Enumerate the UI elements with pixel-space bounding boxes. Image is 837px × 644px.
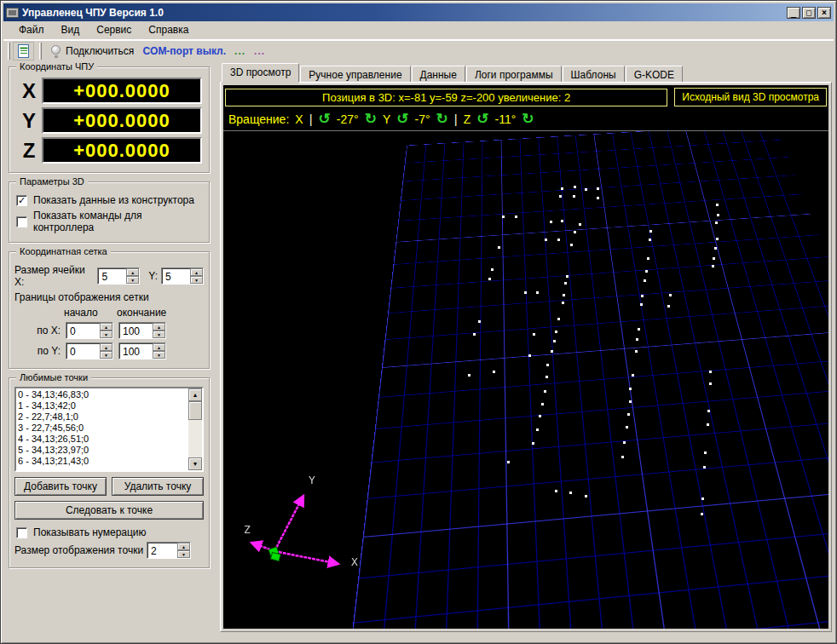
- data-point: [545, 239, 547, 241]
- data-point: [574, 231, 576, 233]
- data-point: [569, 492, 572, 494]
- window-title: Управленец ЧПУ Версия 1.0: [22, 7, 785, 19]
- point-size-stepper[interactable]: 2: [147, 542, 191, 559]
- data-point: [649, 230, 652, 233]
- rotate-ccw-icon[interactable]: ↺: [476, 113, 488, 125]
- spin-down-icon[interactable]: [177, 550, 190, 558]
- data-point: [714, 247, 717, 250]
- list-item[interactable]: 1 - 34,13;42;0: [18, 400, 187, 411]
- data-point: [626, 426, 628, 428]
- data-point: [645, 270, 648, 273]
- data-point: [701, 497, 704, 500]
- tab-Шаблоны[interactable]: Шаблоны: [563, 66, 625, 82]
- minimize-button[interactable]: _: [787, 7, 800, 19]
- axis-arrow-z: [251, 543, 274, 551]
- close-button[interactable]: ×: [817, 7, 831, 19]
- connect-button[interactable]: Подключиться: [66, 45, 134, 57]
- follow-point-button[interactable]: Следовать к точке: [14, 501, 204, 520]
- delete-point-button[interactable]: Удалить точку: [112, 477, 204, 496]
- spin-up-icon[interactable]: [153, 343, 165, 351]
- axis-arrow-x: [274, 551, 338, 564]
- rotate-ccw-icon[interactable]: ↺: [319, 113, 331, 125]
- menu-item-Вид[interactable]: Вид: [53, 22, 89, 38]
- list-item[interactable]: 0 - 34,13;46,83;0: [18, 389, 187, 400]
- checkbox[interactable]: [16, 216, 27, 227]
- tab-Логи программы[interactable]: Логи программы: [466, 66, 562, 82]
- checkbox[interactable]: ✓: [16, 195, 27, 206]
- coord-row-y: Y +000.0000: [16, 107, 202, 134]
- canvas-3d[interactable]: XYZ: [223, 130, 828, 629]
- menu-item-Справка[interactable]: Справка: [140, 22, 197, 38]
- connection-bulb-icon[interactable]: [51, 45, 61, 55]
- rotate-cw-icon[interactable]: ↻: [436, 113, 448, 125]
- scroll-thumb[interactable]: [188, 401, 202, 420]
- data-point: [713, 257, 715, 260]
- rotate-cw-icon[interactable]: ↻: [365, 113, 377, 125]
- coord-display-x: +000.0000: [42, 78, 202, 104]
- rotation-angle: -11°: [495, 112, 517, 126]
- tab-3D просмотр[interactable]: 3D просмотр: [222, 63, 299, 82]
- data-point: [551, 350, 553, 353]
- list-item[interactable]: 4 - 34,13;26,51;0: [18, 434, 187, 445]
- reset-view-button[interactable]: Исходный вид 3D просмотра: [674, 88, 827, 106]
- y-end-stepper[interactable]: 100: [118, 342, 166, 359]
- y-start-stepper[interactable]: 0: [66, 342, 113, 359]
- data-point: [561, 187, 563, 190]
- spin-up-icon[interactable]: [126, 268, 139, 276]
- scroll-down-icon[interactable]: [188, 457, 202, 470]
- tab-page-3d: Позиция в 3D: x=-81 y=-59 z=-200 увеличе…: [220, 82, 832, 632]
- menu-item-Сервис[interactable]: Сервис: [88, 22, 140, 38]
- data-point: [707, 423, 709, 426]
- numbering-checkbox[interactable]: [16, 527, 27, 538]
- menu-item-Файл[interactable]: Файл: [10, 22, 53, 38]
- list-scrollbar[interactable]: [188, 388, 202, 470]
- spin-down-icon[interactable]: [153, 331, 165, 338]
- data-point: [561, 220, 563, 222]
- list-item[interactable]: 2 - 22,7;48,1;0: [18, 411, 187, 423]
- tab-strip: 3D просмотрРучное управлениеДанныеЛоги п…: [220, 63, 832, 82]
- spin-down-icon[interactable]: [153, 351, 165, 359]
- grid-plane: [336, 130, 828, 629]
- tab-G-KODE[interactable]: G-KODE: [626, 66, 683, 82]
- spin-up-icon[interactable]: [177, 543, 190, 550]
- tab-Данные[interactable]: Данные: [412, 66, 465, 82]
- toolbar-grip: [39, 43, 42, 60]
- new-document-button[interactable]: [13, 42, 34, 60]
- data-point: [629, 400, 632, 403]
- origin-marker-icon: [268, 547, 279, 556]
- spin-up-icon[interactable]: [153, 323, 165, 331]
- x-start-stepper[interactable]: 0: [66, 322, 113, 339]
- cell-y-stepper[interactable]: 5: [161, 267, 204, 285]
- start-header: начало: [64, 307, 117, 319]
- spin-down-icon[interactable]: [100, 331, 113, 338]
- add-point-button[interactable]: Добавить точку: [14, 477, 107, 496]
- cnc-coordinates-group: Координаты ЧПУ X +000.0000 Y +000.0000 Z…: [9, 66, 210, 173]
- tab-Ручное управление[interactable]: Ручное управление: [300, 66, 410, 82]
- list-item[interactable]: 3 - 22,7;45,56;0: [18, 423, 187, 434]
- rotate-ccw-icon[interactable]: ↺: [396, 113, 408, 125]
- title-bar[interactable]: Управленец ЧПУ Версия 1.0 _ □ ×: [3, 3, 834, 21]
- favorite-points-list[interactable]: 0 - 34,13;46,83;01 - 34,13;42;02 - 22,7;…: [14, 387, 204, 472]
- scroll-up-icon[interactable]: [188, 388, 202, 401]
- spin-down-icon[interactable]: [190, 276, 203, 284]
- list-item[interactable]: 5 - 34,13;23,97;0: [18, 445, 187, 456]
- list-item[interactable]: 6 - 34,13;21,43;0: [18, 456, 187, 467]
- data-point: [557, 239, 560, 241]
- data-point: [524, 291, 527, 294]
- spin-down-icon[interactable]: [100, 351, 113, 359]
- data-point: [716, 204, 719, 206]
- spin-up-icon[interactable]: [100, 343, 113, 351]
- maximize-button[interactable]: □: [802, 7, 816, 19]
- tool-bar: Подключиться COM-порт выкл. ... ...: [3, 39, 834, 61]
- data-point: [716, 238, 719, 240]
- spin-up-icon[interactable]: [190, 268, 203, 276]
- coord-row-x: X +000.0000: [16, 78, 202, 104]
- toolbar-grip[interactable]: [8, 43, 10, 60]
- rotate-cw-icon[interactable]: ↻: [522, 113, 534, 125]
- cell-x-stepper[interactable]: 5: [97, 267, 140, 285]
- spin-down-icon[interactable]: [126, 276, 139, 284]
- spin-up-icon[interactable]: [100, 323, 113, 331]
- separator: |: [454, 112, 458, 126]
- data-point: [566, 275, 569, 278]
- x-end-stepper[interactable]: 100: [118, 322, 166, 339]
